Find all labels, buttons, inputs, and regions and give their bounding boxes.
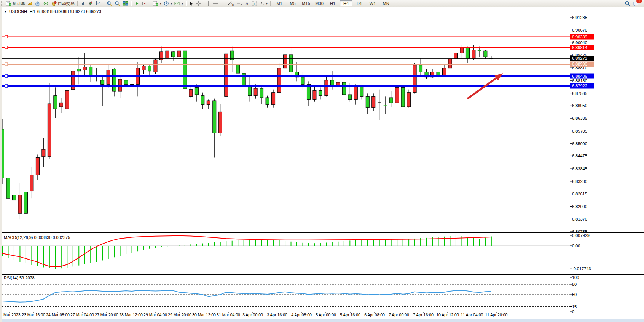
macd-title: MACD(12,26,9) [4, 235, 33, 240]
timeframe-h1[interactable]: H1 [326, 0, 339, 6]
timeframe-h4[interactable]: H4 [340, 0, 352, 6]
price-level-label: 6.89814 [572, 45, 587, 50]
notifications-button[interactable]: 1 [632, 0, 640, 6]
timeframe-m1[interactable]: M1 [273, 0, 286, 6]
candle-body [30, 175, 33, 191]
bar-chart-button[interactable] [79, 0, 87, 6]
time-label: 31 Mar 04:00 [217, 312, 240, 317]
symbol-dropdown-icon[interactable]: ▼ [4, 10, 7, 13]
candle-body [24, 192, 27, 213]
candle-body [107, 70, 110, 84]
search-button[interactable] [623, 0, 632, 6]
chart-shift-button[interactable] [140, 0, 148, 6]
vertical-line-tool-button[interactable] [206, 0, 212, 6]
candle-body [242, 73, 245, 87]
terminal-button[interactable] [42, 0, 50, 6]
candle-body [65, 90, 69, 109]
navigator-icon [35, 1, 41, 6]
price-tick-label: 6.87565 [572, 91, 587, 96]
fibonacci-tool-button[interactable]: F [235, 0, 244, 6]
auto-scroll-button[interactable] [133, 0, 140, 6]
tile-windows-icon [123, 1, 128, 6]
macd-tick-label: 0.00 [572, 244, 580, 248]
candle-body [48, 104, 51, 157]
candle-body [484, 51, 487, 57]
candle-body [18, 195, 22, 213]
price-level-label: 6.90339 [572, 35, 587, 39]
timeframe-bar: M1M5M15M30H1H4D1W1MN [273, 0, 392, 6]
rsi-label: RSI(14) 59.2078 [4, 276, 35, 280]
candle-body [454, 53, 457, 59]
time-label: 27 Mar 04:00 [70, 312, 94, 317]
svg-text:F: F [241, 4, 242, 6]
search-icon [625, 1, 631, 6]
horizontal-line-tool-button[interactable] [212, 0, 219, 6]
candle-body [171, 52, 175, 57]
cursor-icon [189, 1, 193, 6]
time-label: 29 Mar 20:00 [168, 312, 191, 317]
text-tool-button[interactable]: A [244, 0, 250, 6]
candle-body [213, 101, 216, 133]
auto-scroll-icon [134, 1, 139, 6]
candle-body [12, 195, 16, 200]
time-label: 5 Apr 16:00 [340, 312, 360, 317]
candle-body [124, 80, 128, 85]
candle-body [342, 82, 346, 95]
candle-body [389, 98, 393, 103]
crosshair-icon [196, 1, 201, 6]
zoom-out-button[interactable] [113, 0, 121, 6]
price-tick-label: 6.82615 [572, 192, 587, 196]
timeframe-d1[interactable]: D1 [353, 0, 366, 6]
macd-tick-label: -0.017743 [572, 266, 591, 271]
zoom-in-button[interactable] [105, 0, 113, 6]
trendline-tool-button[interactable] [219, 0, 227, 6]
line-chart-button[interactable] [94, 0, 102, 6]
candle-body [266, 98, 269, 105]
candle-body [284, 55, 287, 68]
time-label: 3 Apr 00:00 [242, 312, 263, 317]
price-level-label: 6.88990 [572, 62, 587, 66]
rsi-tick-label: 15 [572, 304, 577, 309]
channel-tool-button[interactable]: E [227, 0, 235, 6]
timeframe-mn[interactable]: MN [379, 0, 392, 6]
timeframe-m15[interactable]: M15 [300, 0, 312, 6]
autotrading-button[interactable]: 自动交易 [50, 0, 76, 6]
templates-icon [174, 1, 180, 6]
toolbar-grip[interactable] [1, 1, 3, 6]
templates-button[interactable]: ▾ [173, 0, 184, 6]
candle-body [448, 59, 452, 68]
timeframe-w1[interactable]: W1 [366, 0, 379, 6]
chart-shift-icon [142, 1, 147, 6]
chart-canvas[interactable]: 6.912856.906706.900406.894256.888106.881… [0, 0, 644, 322]
candle-body [307, 84, 310, 99]
market-watch-icon [27, 1, 33, 6]
toolbar: 新订单 自动交易 [0, 0, 644, 7]
navigator-button[interactable] [34, 0, 42, 6]
periods-button[interactable]: ▾ [163, 0, 173, 6]
timeframe-m5[interactable]: M5 [286, 0, 299, 6]
indicators-button[interactable]: ▾ [151, 0, 163, 6]
rsi-line [2, 290, 491, 302]
price-level-label: 6.87922 [572, 83, 587, 88]
time-label: 28 Mar 12:00 [119, 312, 143, 317]
time-label: 27 Mar 20:00 [95, 312, 118, 317]
crosshair-tool-button[interactable] [194, 0, 202, 6]
time-label: 7 Apr 16:00 [413, 312, 434, 317]
candle-body [248, 87, 252, 96]
time-label: 24 Mar 08:00 [46, 312, 70, 317]
cursor-tool-button[interactable] [188, 0, 194, 6]
arrows-tool-button[interactable]: ▾ [258, 0, 269, 6]
candlestick-chart-button[interactable] [87, 0, 94, 6]
fibonacci-icon: F [236, 1, 242, 6]
market-watch-button[interactable] [26, 0, 34, 6]
text-label-tool-button[interactable]: T [250, 0, 258, 6]
tile-windows-button[interactable] [121, 0, 129, 6]
new-order-icon [6, 1, 11, 6]
timeframe-m30[interactable]: M30 [313, 0, 326, 6]
time-label: 30 Mar 12:00 [192, 312, 216, 317]
new-order-button[interactable]: 新订单 [5, 0, 26, 6]
candle-body [177, 51, 181, 57]
templates-dropdown-icon: ▾ [182, 2, 183, 5]
candle-body [466, 48, 469, 59]
macd-tick-label: 0.007929 [572, 233, 590, 238]
